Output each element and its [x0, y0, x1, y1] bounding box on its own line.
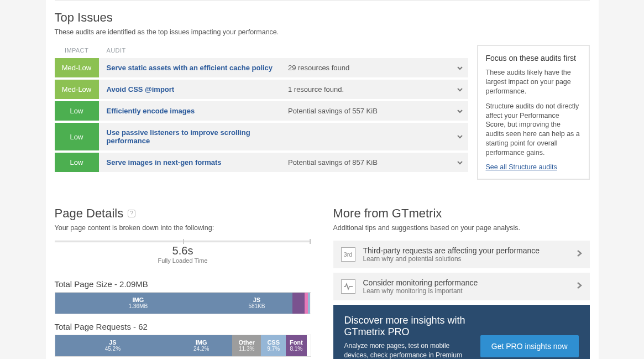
- audit-link[interactable]: Efficiently encode images: [107, 107, 288, 115]
- more-item-title: Third-party requests are affecting your …: [363, 246, 569, 255]
- page-details-title: Page Details: [55, 206, 124, 221]
- issue-row[interactable]: LowServe images in next-gen formatsPoten…: [55, 153, 468, 172]
- header-audit: AUDIT: [99, 47, 126, 54]
- focus-p2: Structure audits do not directly affect …: [486, 102, 581, 158]
- bar-segment: Font8.1%: [286, 335, 306, 356]
- timeline: 5.6s Fully Loaded Time: [55, 241, 311, 264]
- chevron-down-icon[interactable]: [452, 123, 468, 150]
- more-item-sub: Learn why monitoring is important: [363, 287, 569, 295]
- top-issues-title: Top Issues: [55, 11, 590, 25]
- more-title: More from GTmetrix: [333, 206, 590, 221]
- chevron-down-icon[interactable]: [452, 153, 468, 172]
- chevron-down-icon[interactable]: [452, 80, 468, 99]
- impact-badge: Low: [55, 101, 99, 121]
- see-all-structure-link[interactable]: See all Structure audits: [486, 163, 557, 171]
- requests-breakdown-bar: JS45.2%IMG24.2%Other11.3%CSS9.7%Font8.1%: [55, 335, 311, 357]
- focus-p1: These audits likely have the largest imp…: [486, 68, 581, 96]
- chevron-right-icon: [577, 280, 582, 292]
- third-party-icon: 3rd: [341, 247, 355, 262]
- chevron-down-icon[interactable]: [452, 58, 468, 77]
- size-breakdown-bar: IMG1.36MBJS581KB: [55, 292, 311, 314]
- impact-badge: Med-Low: [55, 80, 99, 99]
- more-item[interactable]: 3rdThird-party requests are affecting yo…: [333, 241, 590, 268]
- bar-segment: [308, 293, 310, 314]
- impact-badge: Low: [55, 153, 99, 172]
- impact-badge: Low: [55, 123, 99, 150]
- audit-detail: Potential savings of 557 KiB: [288, 107, 444, 115]
- audit-link[interactable]: Use passive listeners to improve scrolli…: [107, 128, 288, 145]
- more-desc: Additional tips and suggestions based on…: [333, 224, 590, 232]
- pro-title: Discover more insights with GTmetrix PRO: [344, 315, 470, 338]
- bar-segment: JS581KB: [221, 293, 292, 314]
- fully-loaded-label: Fully Loaded Time: [55, 257, 311, 264]
- pro-desc: Analyze more pages, test on mobile devic…: [344, 341, 470, 359]
- focus-title: Focus on these audits first: [486, 54, 581, 63]
- audit-link[interactable]: Serve static assets with an efficient ca…: [107, 64, 288, 72]
- bar-segment: [292, 293, 305, 314]
- audit-detail: 29 resources found: [288, 64, 444, 72]
- more-item-title: Consider monitoring performance: [363, 278, 569, 287]
- more-item[interactable]: Consider monitoring performanceLearn why…: [333, 273, 590, 300]
- bar-segment: IMG24.2%: [170, 335, 232, 356]
- audit-link[interactable]: Avoid CSS @import: [107, 85, 288, 93]
- audit-link[interactable]: Serve images in next-gen formats: [107, 158, 288, 167]
- issue-row[interactable]: Med-LowServe static assets with an effic…: [55, 58, 468, 77]
- page-details-desc: Your page content is broken down into th…: [55, 224, 311, 232]
- top-issues-table: IMPACT AUDIT Med-LowServe static assets …: [55, 45, 468, 174]
- more-item-sub: Learn why and potential solutions: [363, 255, 569, 263]
- issue-row[interactable]: LowEfficiently encode imagesPotential sa…: [55, 101, 468, 121]
- audit-detail: Potential savings of 857 KiB: [288, 158, 444, 167]
- impact-badge: Med-Low: [55, 58, 99, 77]
- bar-segment: JS45.2%: [55, 335, 171, 356]
- header-impact: IMPACT: [55, 47, 99, 54]
- pulse-icon: [341, 279, 355, 294]
- top-issues-desc: These audits are identified as the top i…: [55, 28, 590, 36]
- audit-detail: 1 resource found.: [288, 85, 444, 93]
- bar-segment: CSS9.7%: [261, 335, 286, 356]
- chevron-right-icon: [577, 248, 582, 260]
- fully-loaded-value: 5.6s: [55, 244, 311, 257]
- bar-segment: IMG1.36MB: [55, 293, 222, 314]
- issue-row[interactable]: Med-LowAvoid CSS @import1 resource found…: [55, 80, 468, 99]
- focus-box: Focus on these audits first These audits…: [477, 45, 590, 180]
- chevron-down-icon[interactable]: [452, 101, 468, 121]
- total-page-size-title: Total Page Size - 2.09MB: [55, 279, 311, 289]
- pro-box: Discover more insights with GTmetrix PRO…: [333, 305, 590, 359]
- total-requests-title: Total Page Requests - 62: [55, 322, 311, 331]
- issue-row[interactable]: LowUse passive listeners to improve scro…: [55, 123, 468, 150]
- help-icon[interactable]: ?: [128, 210, 135, 217]
- get-pro-button[interactable]: Get PRO insights now: [480, 335, 579, 357]
- bar-segment: Other11.3%: [232, 335, 261, 356]
